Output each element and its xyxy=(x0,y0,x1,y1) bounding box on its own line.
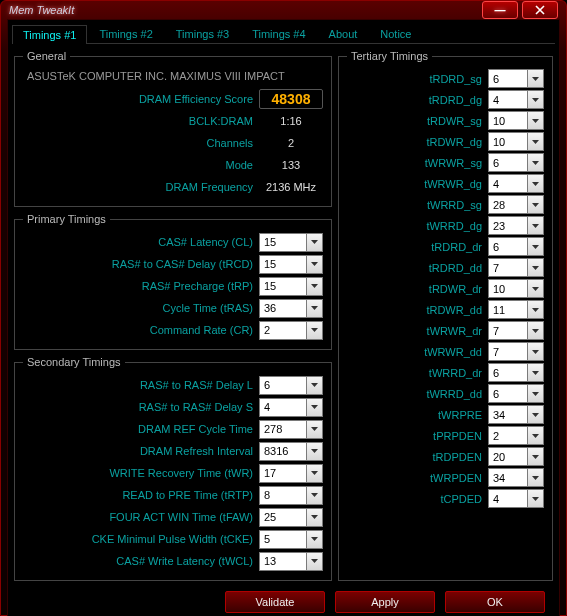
chevron-down-icon[interactable] xyxy=(527,132,544,151)
secondary-combo[interactable]: 278 xyxy=(259,420,323,439)
tertiary-combo[interactable]: 6 xyxy=(488,153,544,172)
combo-value[interactable]: 4 xyxy=(488,489,527,508)
secondary-combo[interactable]: 13 xyxy=(259,552,323,571)
combo-value[interactable]: 6 xyxy=(488,363,527,382)
chevron-down-icon[interactable] xyxy=(306,299,323,318)
tertiary-combo[interactable]: 10 xyxy=(488,279,544,298)
chevron-down-icon[interactable] xyxy=(527,426,544,445)
chevron-down-icon[interactable] xyxy=(527,195,544,214)
combo-value[interactable]: 11 xyxy=(488,300,527,319)
combo-value[interactable]: 28 xyxy=(488,195,527,214)
chevron-down-icon[interactable] xyxy=(306,277,323,296)
chevron-down-icon[interactable] xyxy=(527,405,544,424)
tab-timings-1[interactable]: Timings #1 xyxy=(12,25,87,44)
chevron-down-icon[interactable] xyxy=(527,384,544,403)
tertiary-combo[interactable]: 4 xyxy=(488,90,544,109)
tertiary-combo[interactable]: 7 xyxy=(488,342,544,361)
combo-value[interactable]: 17 xyxy=(259,464,306,483)
combo-value[interactable]: 15 xyxy=(259,277,306,296)
tertiary-combo[interactable]: 6 xyxy=(488,237,544,256)
secondary-combo[interactable]: 6 xyxy=(259,376,323,395)
combo-value[interactable]: 2 xyxy=(488,426,527,445)
combo-value[interactable]: 6 xyxy=(488,69,527,88)
chevron-down-icon[interactable] xyxy=(527,111,544,130)
chevron-down-icon[interactable] xyxy=(527,468,544,487)
combo-value[interactable]: 10 xyxy=(488,279,527,298)
chevron-down-icon[interactable] xyxy=(527,363,544,382)
primary-combo[interactable]: 15 xyxy=(259,255,323,274)
chevron-down-icon[interactable] xyxy=(527,489,544,508)
combo-value[interactable]: 15 xyxy=(259,255,306,274)
chevron-down-icon[interactable] xyxy=(306,486,323,505)
chevron-down-icon[interactable] xyxy=(306,376,323,395)
combo-value[interactable]: 6 xyxy=(488,153,527,172)
chevron-down-icon[interactable] xyxy=(527,279,544,298)
primary-combo[interactable]: 15 xyxy=(259,233,323,252)
chevron-down-icon[interactable] xyxy=(527,447,544,466)
chevron-down-icon[interactable] xyxy=(306,233,323,252)
primary-combo[interactable]: 2 xyxy=(259,321,323,340)
tertiary-combo[interactable]: 34 xyxy=(488,468,544,487)
combo-value[interactable]: 2 xyxy=(259,321,306,340)
tertiary-combo[interactable]: 6 xyxy=(488,69,544,88)
chevron-down-icon[interactable] xyxy=(306,552,323,571)
primary-combo[interactable]: 36 xyxy=(259,299,323,318)
tertiary-combo[interactable]: 7 xyxy=(488,321,544,340)
tab-timings-4[interactable]: Timings #4 xyxy=(241,24,316,43)
chevron-down-icon[interactable] xyxy=(306,530,323,549)
chevron-down-icon[interactable] xyxy=(306,442,323,461)
chevron-down-icon[interactable] xyxy=(306,508,323,527)
combo-value[interactable]: 4 xyxy=(259,398,306,417)
apply-button[interactable]: Apply xyxy=(335,591,435,613)
combo-value[interactable]: 6 xyxy=(259,376,306,395)
combo-value[interactable]: 34 xyxy=(488,405,527,424)
combo-value[interactable]: 20 xyxy=(488,447,527,466)
combo-value[interactable]: 7 xyxy=(488,342,527,361)
chevron-down-icon[interactable] xyxy=(527,300,544,319)
tertiary-combo[interactable]: 6 xyxy=(488,363,544,382)
combo-value[interactable]: 8316 xyxy=(259,442,306,461)
tertiary-combo[interactable]: 20 xyxy=(488,447,544,466)
tertiary-combo[interactable]: 23 xyxy=(488,216,544,235)
minimize-button[interactable]: — xyxy=(482,1,518,19)
tab-timings-3[interactable]: Timings #3 xyxy=(165,24,240,43)
combo-value[interactable]: 10 xyxy=(488,111,527,130)
chevron-down-icon[interactable] xyxy=(306,255,323,274)
secondary-combo[interactable]: 17 xyxy=(259,464,323,483)
tab-about[interactable]: About xyxy=(318,24,369,43)
chevron-down-icon[interactable] xyxy=(527,321,544,340)
chevron-down-icon[interactable] xyxy=(527,342,544,361)
tertiary-combo[interactable]: 6 xyxy=(488,384,544,403)
primary-combo[interactable]: 15 xyxy=(259,277,323,296)
chevron-down-icon[interactable] xyxy=(306,321,323,340)
chevron-down-icon[interactable] xyxy=(306,464,323,483)
tertiary-combo[interactable]: 7 xyxy=(488,258,544,277)
combo-value[interactable]: 4 xyxy=(488,174,527,193)
combo-value[interactable]: 7 xyxy=(488,258,527,277)
combo-value[interactable]: 5 xyxy=(259,530,306,549)
chevron-down-icon[interactable] xyxy=(527,69,544,88)
validate-button[interactable]: Validate xyxy=(225,591,325,613)
combo-value[interactable]: 7 xyxy=(488,321,527,340)
tertiary-combo[interactable]: 10 xyxy=(488,132,544,151)
secondary-combo[interactable]: 8 xyxy=(259,486,323,505)
tertiary-combo[interactable]: 28 xyxy=(488,195,544,214)
chevron-down-icon[interactable] xyxy=(527,174,544,193)
chevron-down-icon[interactable] xyxy=(527,153,544,172)
secondary-combo[interactable]: 5 xyxy=(259,530,323,549)
tertiary-combo[interactable]: 11 xyxy=(488,300,544,319)
chevron-down-icon[interactable] xyxy=(306,398,323,417)
chevron-down-icon[interactable] xyxy=(527,258,544,277)
tertiary-combo[interactable]: 2 xyxy=(488,426,544,445)
combo-value[interactable]: 15 xyxy=(259,233,306,252)
combo-value[interactable]: 34 xyxy=(488,468,527,487)
combo-value[interactable]: 10 xyxy=(488,132,527,151)
tertiary-combo[interactable]: 34 xyxy=(488,405,544,424)
ok-button[interactable]: OK xyxy=(445,591,545,613)
combo-value[interactable]: 25 xyxy=(259,508,306,527)
secondary-combo[interactable]: 25 xyxy=(259,508,323,527)
chevron-down-icon[interactable] xyxy=(306,420,323,439)
chevron-down-icon[interactable] xyxy=(527,90,544,109)
chevron-down-icon[interactable] xyxy=(527,216,544,235)
combo-value[interactable]: 6 xyxy=(488,237,527,256)
